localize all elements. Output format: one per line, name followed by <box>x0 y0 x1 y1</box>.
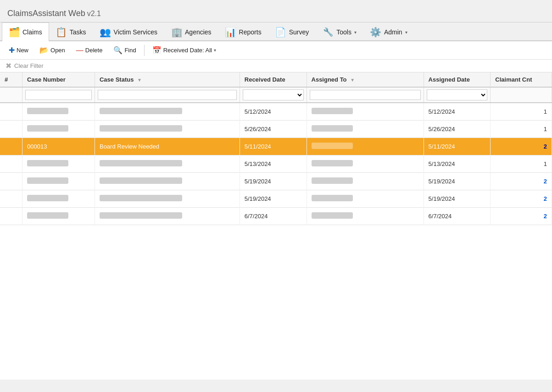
cell-claimant-cnt: 1 <box>491 155 552 173</box>
new-label: New <box>17 47 28 54</box>
col-header-case-status: Case Status ▼ <box>95 72 240 87</box>
cell-assigned-to <box>307 155 424 173</box>
nav-item-victim-services[interactable]: 👥 Victim Services <box>93 22 164 41</box>
cell-row-num <box>0 155 22 173</box>
cell-row-num <box>0 103 22 121</box>
admin-dropdown-icon: ▾ <box>405 30 407 35</box>
cell-received-date: 5/12/2024 <box>240 103 307 121</box>
table-row[interactable]: 5/19/20245/19/20242 <box>0 173 552 190</box>
open-button[interactable]: 📂 Open <box>34 43 70 57</box>
cell-claimant-cnt: 2 <box>491 190 552 208</box>
cell-case-number <box>22 173 95 190</box>
cell-assigned-to <box>307 103 424 121</box>
cell-received-date: 5/26/2024 <box>240 121 307 138</box>
cell-received-date: 5/19/2024 <box>240 173 307 190</box>
table-row[interactable]: 5/19/20245/19/20242 <box>0 190 552 208</box>
case-status-filter-icon[interactable]: ▼ <box>137 77 142 83</box>
cell-row-num <box>0 190 22 208</box>
filter-claimant-cnt <box>491 87 552 103</box>
cell-assigned-date: 5/13/2024 <box>424 155 491 173</box>
agencies-icon: 🏢 <box>171 27 182 38</box>
filter-row-num <box>0 87 22 103</box>
nav-item-survey[interactable]: 📄 Survey <box>268 22 316 41</box>
survey-icon: 📄 <box>275 27 286 38</box>
cell-assigned-to <box>307 121 424 138</box>
app-version: v2.1 <box>87 10 101 17</box>
table-row[interactable]: 5/12/20245/12/20241 <box>0 103 552 121</box>
cell-assigned-date: 5/11/2024 <box>424 138 491 155</box>
nav-label-tools: Tools <box>336 28 351 36</box>
admin-icon: ⚙️ <box>370 27 381 38</box>
received-date-dropdown-icon: ▾ <box>214 48 216 53</box>
nav-item-tools[interactable]: 🔧 Tools ▾ <box>316 22 363 41</box>
cell-claimant-cnt: 2 <box>491 208 552 225</box>
nav-bar: 🗂️ Claims 📋 Tasks 👥 Victim Services 🏢 Ag… <box>0 22 552 41</box>
filter-bar: ✖ Clear Filter <box>0 60 552 72</box>
filter-assigned-date <box>424 87 491 103</box>
received-date-button[interactable]: 📅 Received Date: All ▾ <box>147 43 221 57</box>
col-header-claimant-cnt: Claimant Cnt <box>491 72 552 87</box>
cell-case-status: Board Review Needed <box>95 138 240 155</box>
nav-item-agencies[interactable]: 🏢 Agencies <box>164 22 218 41</box>
new-button[interactable]: ✚ New <box>4 43 33 57</box>
cell-case-status <box>95 208 240 225</box>
delete-icon: — <box>76 46 84 55</box>
cell-assigned-date: 6/7/2024 <box>424 208 491 225</box>
cell-case-number <box>22 190 95 208</box>
tools-icon: 🔧 <box>323 27 334 38</box>
new-icon: ✚ <box>9 46 15 55</box>
cell-assigned-to <box>307 208 424 225</box>
col-header-received-date: Received Date <box>240 72 307 87</box>
case-status-filter-input[interactable] <box>98 90 237 100</box>
find-button[interactable]: 🔍 Find <box>108 43 141 57</box>
table-row[interactable]: 5/26/20245/26/20241 <box>0 121 552 138</box>
clear-filter-label[interactable]: Clear Filter <box>14 62 44 69</box>
cell-assigned-date: 5/12/2024 <box>424 103 491 121</box>
nav-item-tasks[interactable]: 📋 Tasks <box>49 22 93 41</box>
filter-input-row <box>0 87 552 103</box>
cell-claimant-cnt: 2 <box>491 138 552 155</box>
filter-received-date <box>240 87 307 103</box>
assigned-date-filter-select[interactable] <box>427 89 488 100</box>
cell-assigned-to <box>307 138 424 155</box>
table-row[interactable]: 5/13/20245/13/20241 <box>0 155 552 173</box>
nav-item-reports[interactable]: 📊 Reports <box>218 22 268 41</box>
nav-item-admin[interactable]: ⚙️ Admin ▾ <box>363 22 414 41</box>
col-header-case-number: Case Number <box>22 72 95 87</box>
app-title-text: ClaimsAssistant Web <box>7 9 85 18</box>
open-icon: 📂 <box>39 46 49 55</box>
cell-case-status <box>95 190 240 208</box>
claims-icon: 🗂️ <box>9 27 20 38</box>
table-container: # Case Number Case Status ▼ Received Dat… <box>0 72 552 380</box>
assigned-to-filter-input[interactable] <box>310 90 421 100</box>
app-title: ClaimsAssistant Webv2.1 <box>7 5 545 19</box>
delete-button[interactable]: — Delete <box>71 44 108 57</box>
case-number-filter-input[interactable] <box>25 90 92 100</box>
victim-services-icon: 👥 <box>100 27 111 38</box>
col-header-assigned-date: Assigned Date <box>424 72 491 87</box>
cell-assigned-date: 5/19/2024 <box>424 190 491 208</box>
table-header-row: # Case Number Case Status ▼ Received Dat… <box>0 72 552 87</box>
table-body: 5/12/20245/12/202415/26/20245/26/2024100… <box>0 103 552 225</box>
cell-case-number <box>22 103 95 121</box>
open-label: Open <box>50 47 65 54</box>
nav-label-agencies: Agencies <box>185 28 212 36</box>
cell-assigned-date: 5/26/2024 <box>424 121 491 138</box>
table-row[interactable]: 000013Board Review Needed5/11/20245/11/2… <box>0 138 552 155</box>
cell-case-number: 000013 <box>22 138 95 155</box>
cell-row-num <box>0 173 22 190</box>
toolbar: ✚ New 📂 Open — Delete 🔍 Find 📅 Received … <box>0 41 552 60</box>
received-date-filter-select[interactable] <box>243 89 304 100</box>
col-header-assigned-to: Assigned To ▼ <box>307 72 424 87</box>
nav-label-survey: Survey <box>289 28 309 36</box>
cell-case-number <box>22 155 95 173</box>
reports-icon: 📊 <box>225 27 236 38</box>
cell-case-status <box>95 155 240 173</box>
cell-case-status <box>95 103 240 121</box>
nav-label-tasks: Tasks <box>70 28 86 36</box>
toolbar-separator <box>144 45 145 56</box>
find-label: Find <box>124 47 136 54</box>
assigned-to-filter-icon[interactable]: ▼ <box>350 77 355 83</box>
nav-item-claims[interactable]: 🗂️ Claims <box>2 22 49 41</box>
table-row[interactable]: 6/7/20246/7/20242 <box>0 208 552 225</box>
